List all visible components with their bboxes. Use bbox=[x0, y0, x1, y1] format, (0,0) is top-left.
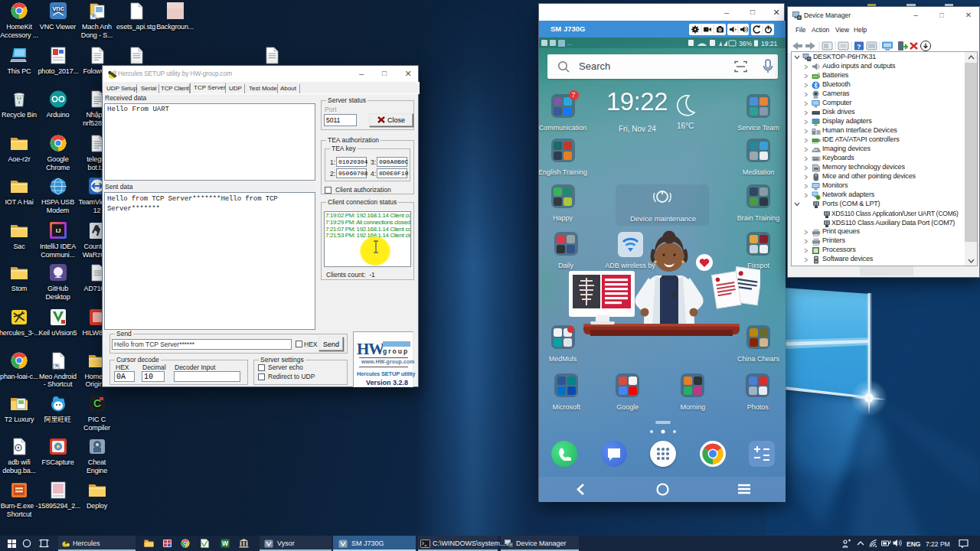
svg-text:?: ? bbox=[857, 43, 861, 51]
svg-text:...: ... bbox=[567, 41, 572, 46]
svg-text:36%: 36% bbox=[739, 40, 752, 47]
svg-text:IJ: IJ bbox=[55, 227, 60, 234]
svg-text:19:21: 19:21 bbox=[761, 40, 778, 47]
svg-text:W: W bbox=[222, 540, 229, 547]
svg-text:vnc: vnc bbox=[52, 5, 64, 12]
